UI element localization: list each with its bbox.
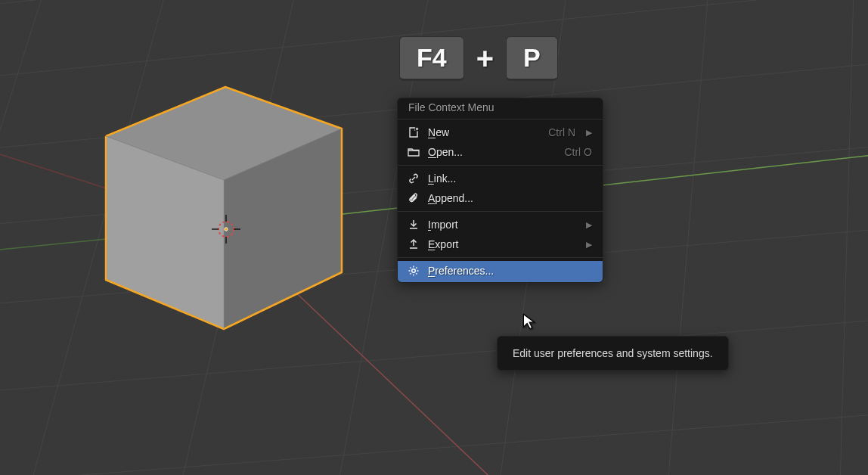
folder-open-icon [407, 145, 420, 159]
key-badge-p: P [506, 36, 558, 81]
paperclip-icon [407, 191, 420, 205]
menu-item-shortcut: Ctrl N [548, 126, 575, 138]
gear-icon [407, 264, 420, 278]
menu-item-link[interactable]: Link... [398, 169, 603, 188]
menu-separator [398, 211, 603, 212]
export-icon [407, 238, 420, 251]
file-context-menu: File Context Menu New Ctrl N ▶ Open... C… [397, 98, 603, 283]
menu-separator [398, 257, 603, 258]
link-icon [407, 172, 420, 185]
menu-item-import[interactable]: Import ▶ [398, 215, 603, 234]
menu-separator [398, 119, 603, 120]
menu-item-label: Import [428, 219, 575, 231]
menu-item-append[interactable]: Append... [398, 188, 603, 208]
submenu-arrow-icon: ▶ [586, 240, 592, 250]
submenu-arrow-icon: ▶ [586, 220, 592, 230]
menu-item-label: Open... [428, 146, 556, 158]
menu-item-preferences[interactable]: Preferences... [398, 261, 603, 282]
menu-item-label: Link... [428, 172, 592, 185]
plus-icon: + [476, 42, 494, 76]
menu-item-label: Append... [428, 192, 592, 204]
svg-line-13 [839, 0, 854, 475]
svg-line-6 [0, 412, 868, 475]
menu-item-label: Preferences... [428, 265, 592, 277]
svg-line-0 [0, 0, 868, 8]
menu-item-label: New [428, 126, 541, 138]
menu-item-label: Export [428, 238, 575, 250]
menu-separator [398, 165, 603, 166]
svg-line-12 [665, 0, 711, 475]
file-new-icon [407, 126, 420, 139]
shortcut-hint: F4 + P [399, 36, 558, 81]
menu-title: File Context Menu [398, 98, 603, 116]
svg-point-31 [412, 269, 416, 273]
key-badge-f4: F4 [399, 36, 464, 81]
submenu-arrow-icon: ▶ [586, 128, 592, 138]
tooltip: Edit user preferences and system setting… [497, 336, 729, 371]
menu-item-shortcut: Ctrl O [564, 146, 592, 158]
menu-item-export[interactable]: Export ▶ [398, 234, 603, 254]
menu-item-new[interactable]: New Ctrl N ▶ [398, 123, 603, 142]
default-cube[interactable] [91, 83, 352, 333]
menu-item-open[interactable]: Open... Ctrl O [398, 142, 603, 162]
import-icon [407, 218, 420, 231]
